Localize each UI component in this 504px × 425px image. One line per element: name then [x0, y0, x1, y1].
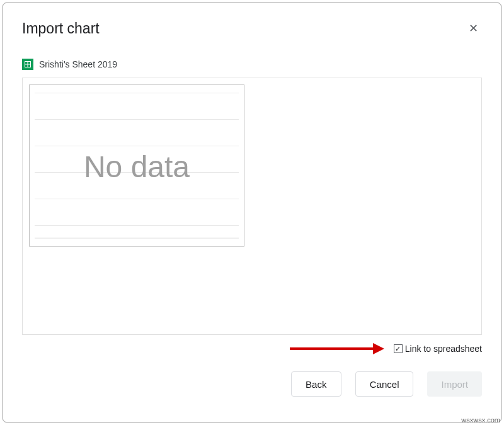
chart-preview-area: No data — [22, 78, 482, 335]
dialog-button-row: Back Cancel Import — [22, 371, 482, 397]
link-to-spreadsheet-checkbox[interactable]: ✓ — [394, 344, 403, 353]
link-checkbox-row: ✓ Link to spreadsheet — [22, 344, 482, 354]
source-row: Srishti's Sheet 2019 — [22, 59, 482, 70]
source-name: Srishti's Sheet 2019 — [39, 59, 117, 69]
chart-inner: No data — [35, 89, 239, 243]
back-button[interactable]: Back — [291, 371, 341, 397]
dialog-title: Import chart — [22, 20, 100, 37]
chart-thumbnail[interactable]: No data — [29, 84, 244, 247]
no-data-text: No data — [84, 149, 190, 183]
annotation-arrow-icon — [290, 344, 384, 353]
close-icon[interactable]: ✕ — [464, 20, 482, 37]
import-chart-dialog: Import chart ✕ Srishti's Sheet 2019 No d… — [3, 3, 501, 422]
dialog-header: Import chart ✕ — [22, 20, 482, 37]
google-sheets-icon — [22, 59, 33, 70]
import-button[interactable]: Import — [427, 371, 482, 397]
cancel-button[interactable]: Cancel — [355, 371, 414, 397]
link-to-spreadsheet-label: Link to spreadsheet — [405, 344, 482, 354]
watermark-text: wsxwsx.com — [461, 416, 500, 424]
